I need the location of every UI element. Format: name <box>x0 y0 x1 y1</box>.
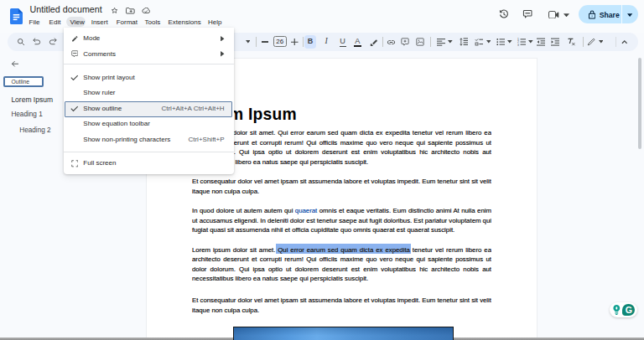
svg-text:3: 3 <box>517 44 519 46</box>
